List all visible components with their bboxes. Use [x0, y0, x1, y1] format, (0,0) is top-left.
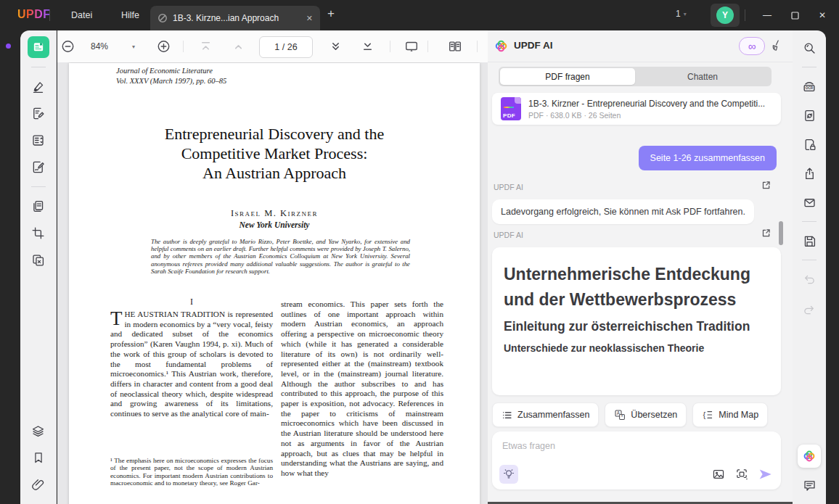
svg-text:*: *: [621, 414, 623, 419]
presentation-button[interactable]: [404, 39, 419, 54]
save-icon: [803, 234, 817, 248]
zoom-level[interactable]: 84%: [91, 41, 108, 51]
organize-pages-button[interactable]: [28, 129, 49, 151]
summarize-action-button[interactable]: Zusammenfassen: [492, 402, 599, 427]
pages-icon: [31, 199, 45, 213]
reader-mode-button[interactable]: [28, 36, 49, 58]
translate-action-button[interactable]: A* Übersetzen: [605, 402, 687, 427]
edit-pdf-button[interactable]: [28, 102, 49, 124]
annotate-button[interactable]: [28, 75, 49, 97]
bookmark-icon: [32, 451, 45, 464]
titlebar-divider: [49, 9, 50, 21]
ai-sender-label: UPDF AI: [494, 231, 523, 239]
convert-button[interactable]: [799, 105, 819, 125]
unlimited-credits-button[interactable]: ∞: [739, 37, 765, 55]
window-count-dropdown[interactable]: 1▾: [676, 9, 687, 19]
close-button[interactable]: ✕: [809, 0, 836, 30]
chevron-down-icon: ▾: [684, 11, 687, 17]
broom-icon: [770, 39, 782, 51]
document-viewport[interactable]: Journal of Economic Literature Vol. XXXV…: [57, 62, 488, 504]
plus-circle-icon: [157, 40, 171, 54]
email-button[interactable]: [799, 192, 819, 212]
clear-chat-button[interactable]: [770, 39, 782, 51]
new-tab-button[interactable]: +: [327, 7, 335, 21]
window-left-edge: [0, 30, 20, 504]
tab-close-icon[interactable]: ✕: [306, 14, 313, 23]
zoom-out-button[interactable]: [61, 40, 75, 54]
search-button[interactable]: [799, 38, 819, 58]
envelope-icon: [803, 196, 817, 210]
summary-heading-2: Einleitung zur österreichischen Traditio…: [504, 317, 769, 336]
titlebar-divider: [745, 9, 745, 21]
fill-sign-button[interactable]: [28, 156, 49, 178]
mindmap-action-button[interactable]: { Mind Map: [692, 402, 768, 427]
protect-button[interactable]: [799, 134, 819, 154]
crop-icon: [31, 226, 45, 240]
file-title: 1B-3. Kirzner - Entrepreneurial Discover…: [528, 99, 765, 109]
body-column-left: THE AUSTRIAN TRADITION is represented in…: [110, 310, 273, 419]
crop-button[interactable]: [28, 222, 49, 244]
menu-hilfe[interactable]: Hilfe: [121, 0, 139, 30]
first-page-button[interactable]: [200, 41, 212, 53]
share-button[interactable]: [799, 163, 819, 183]
open-in-window-button[interactable]: [761, 228, 772, 239]
next-page-button[interactable]: [330, 41, 342, 53]
edit-document-icon: [31, 107, 45, 120]
compare-pages-button[interactable]: [28, 249, 49, 270]
minimize-button[interactable]: —: [753, 0, 781, 30]
last-page-button[interactable]: [361, 41, 374, 53]
ai-mode-tabs: PDF fragen Chatten: [499, 67, 772, 86]
zoom-in-button[interactable]: [157, 40, 171, 54]
lightbulb-icon: [503, 468, 515, 480]
summarize-pages-button[interactable]: Seite 1-26 zusammenfassen: [639, 146, 777, 170]
minus-circle-icon: [61, 40, 75, 54]
right-toolbar: OCR: [793, 30, 826, 504]
svg-text:OCR: OCR: [806, 86, 814, 90]
save-button[interactable]: [799, 231, 819, 251]
redo-button[interactable]: [799, 299, 819, 320]
pages-panel-button[interactable]: [28, 195, 49, 217]
bookmarks-panel-button[interactable]: [28, 447, 49, 468]
maximize-button[interactable]: [781, 0, 809, 30]
external-link-icon: [761, 180, 772, 191]
page-number-input[interactable]: 1 / 26: [259, 36, 313, 58]
ask-input[interactable]: [501, 440, 775, 452]
journal-header: Journal of Economic Literature Vol. XXXV…: [116, 66, 226, 86]
attachments-panel-button[interactable]: [28, 474, 49, 495]
feedback-button[interactable]: [799, 475, 819, 495]
screenshot-button[interactable]: [735, 468, 748, 481]
pdf-file-card[interactable]: PDF 1B-3. Kirzner - Entrepreneurial Disc…: [492, 93, 781, 125]
chevron-down-icon: ▾: [132, 44, 135, 50]
file-meta: PDF · 638.0 KB · 26 Seiten: [528, 111, 765, 120]
updf-ai-panel: UPDF AI ∞ PDF fragen Chatten PDF 1B-3. K…: [488, 30, 793, 502]
ask-input-card: [492, 431, 781, 489]
tab-chat[interactable]: Chatten: [635, 68, 770, 85]
attach-image-button[interactable]: [712, 468, 725, 481]
send-button[interactable]: [758, 468, 772, 480]
updf-ai-sidebar-button[interactable]: [798, 445, 821, 468]
mindmap-icon: {: [702, 409, 713, 421]
tab-title: 1B-3. Kirzne...ian Approach: [173, 13, 301, 23]
account-button[interactable]: Y: [711, 4, 740, 27]
ai-panel-scrollbar[interactable]: [779, 221, 783, 245]
article-affiliation: New York University: [69, 220, 480, 229]
prompt-ideas-button[interactable]: [499, 465, 518, 484]
chevron-down-to-line-icon: [361, 41, 374, 53]
undo-button[interactable]: [799, 269, 819, 289]
document-tab[interactable]: 1B-3. Kirzne...ian Approach ✕: [150, 6, 320, 30]
page-layout-button[interactable]: [448, 39, 462, 54]
open-in-window-button[interactable]: [761, 180, 772, 191]
document-lock-icon: [803, 138, 817, 152]
ocr-button[interactable]: OCR: [799, 76, 819, 96]
ai-summary-card: Unternehmerische Entdeckung und der Wett…: [492, 247, 781, 395]
menu-datei[interactable]: Datei: [71, 0, 92, 30]
previous-page-button[interactable]: [232, 41, 245, 53]
ai-panel-title: UPDF AI: [514, 40, 553, 51]
search-icon: [803, 41, 817, 55]
thumbnails-panel-button[interactable]: [28, 420, 49, 442]
tab-ask-pdf[interactable]: PDF fragen: [500, 68, 635, 85]
presentation-screen-icon: [404, 39, 419, 54]
duplicate-pages-icon: [31, 253, 45, 267]
zoom-dropdown[interactable]: ▾: [132, 44, 135, 50]
ocr-icon: OCR: [802, 79, 817, 94]
